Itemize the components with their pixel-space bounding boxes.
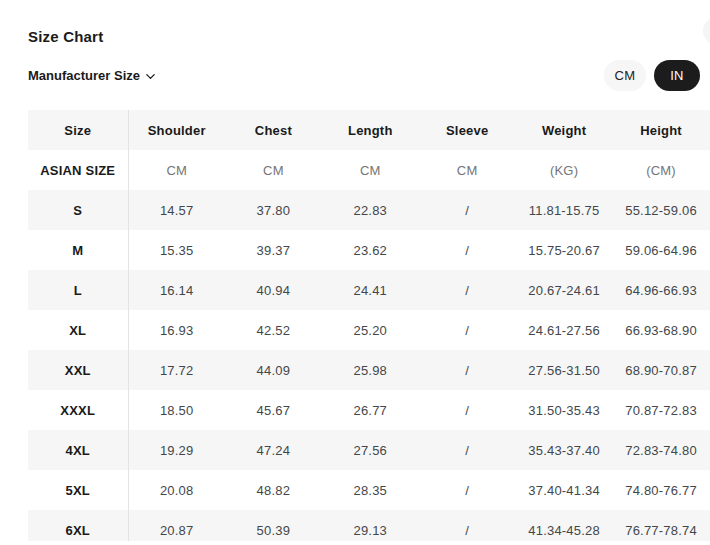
toolbar: Manufacturer Size CM IN (28, 60, 700, 91)
value-cell: 59.06-64.96 (613, 230, 710, 270)
size-table-body: ASIAN SIZECMCMCMCM(KG)(CM)S14.5737.8022.… (28, 150, 710, 541)
value-cell: 15.75-20.67 (516, 230, 613, 270)
unit-toggle-in-button[interactable]: IN (654, 60, 700, 91)
value-cell: 17.72 (128, 350, 225, 390)
value-cell: 55.12-59.06 (613, 190, 710, 230)
value-cell: 28.35 (322, 470, 419, 510)
value-cell: 41.34-45.28 (516, 510, 613, 541)
value-cell: 76.77-78.74 (613, 510, 710, 541)
value-cell: (KG) (516, 150, 613, 190)
value-cell: 27.56 (322, 430, 419, 470)
value-cell: 74.80-76.77 (613, 470, 710, 510)
size-cell: M (28, 230, 128, 270)
table-row: 5XL20.0848.8228.35/37.40-41.3474.80-76.7… (28, 470, 710, 510)
value-cell: CM (128, 150, 225, 190)
size-cell: 4XL (28, 430, 128, 470)
unit-toggle-cm-button[interactable]: CM (604, 60, 646, 91)
chevron-down-icon (145, 71, 156, 82)
value-cell: 20.08 (128, 470, 225, 510)
manufacturer-size-label: Manufacturer Size (28, 68, 140, 83)
value-cell: 64.96-66.93 (613, 270, 710, 310)
size-table: SizeShoulderChestLengthSleeveWeightHeigh… (28, 110, 710, 541)
value-cell: / (419, 390, 516, 430)
value-cell: 39.37 (225, 230, 322, 270)
value-cell: / (419, 270, 516, 310)
size-table-container: SizeShoulderChestLengthSleeveWeightHeigh… (28, 110, 710, 541)
table-row: XL16.9342.5225.20/24.61-27.5666.93-68.90 (28, 310, 710, 350)
table-row: M15.3539.3723.62/15.75-20.6759.06-64.96 (28, 230, 710, 270)
value-cell: 25.98 (322, 350, 419, 390)
value-cell: / (419, 310, 516, 350)
size-chart-panel: Size Chart Manufacturer Size CM IN SizeS… (0, 0, 710, 545)
value-cell: 14.57 (128, 190, 225, 230)
value-cell: CM (225, 150, 322, 190)
value-cell: 47.24 (225, 430, 322, 470)
size-cell: 5XL (28, 470, 128, 510)
value-cell: 37.40-41.34 (516, 470, 613, 510)
value-cell: 24.61-27.56 (516, 310, 613, 350)
page-title: Size Chart (28, 28, 103, 45)
cropped-corner-button[interactable] (703, 17, 710, 45)
table-row: XXXL18.5045.6726.77/31.50-35.4370.87-72.… (28, 390, 710, 430)
unit-toggle: CM IN (604, 60, 700, 91)
value-cell: 37.80 (225, 190, 322, 230)
value-cell: 18.50 (128, 390, 225, 430)
value-cell: 25.20 (322, 310, 419, 350)
value-cell: 11.81-15.75 (516, 190, 613, 230)
value-cell: 22.83 (322, 190, 419, 230)
value-cell: 35.43-37.40 (516, 430, 613, 470)
value-cell: 31.50-35.43 (516, 390, 613, 430)
table-row: S14.5737.8022.83/11.81-15.7555.12-59.06 (28, 190, 710, 230)
value-cell: 42.52 (225, 310, 322, 350)
value-cell: 44.09 (225, 350, 322, 390)
table-row: 6XL20.8750.3929.13/41.34-45.2876.77-78.7… (28, 510, 710, 541)
value-cell: / (419, 190, 516, 230)
header-row: SizeShoulderChestLengthSleeveWeightHeigh… (28, 110, 710, 150)
value-cell: 48.82 (225, 470, 322, 510)
size-cell: XL (28, 310, 128, 350)
table-row: 4XL19.2947.2427.56/35.43-37.4072.83-74.8… (28, 430, 710, 470)
value-cell: CM (419, 150, 516, 190)
size-cell: ASIAN SIZE (28, 150, 128, 190)
value-cell: 72.83-74.80 (613, 430, 710, 470)
header-cell: Weight (516, 110, 613, 150)
value-cell: 66.93-68.90 (613, 310, 710, 350)
value-cell: 26.77 (322, 390, 419, 430)
manufacturer-size-dropdown[interactable]: Manufacturer Size (28, 68, 156, 83)
header-cell: Chest (225, 110, 322, 150)
value-cell: / (419, 230, 516, 270)
value-cell: 68.90-70.87 (613, 350, 710, 390)
size-cell: S (28, 190, 128, 230)
size-cell: XXL (28, 350, 128, 390)
header-cell: Height (613, 110, 710, 150)
value-cell: / (419, 510, 516, 541)
value-cell: 45.67 (225, 390, 322, 430)
value-cell: (CM) (613, 150, 710, 190)
header-cell-size: Size (28, 110, 128, 150)
header-cell: Length (322, 110, 419, 150)
value-cell: 20.87 (128, 510, 225, 541)
value-cell: 40.94 (225, 270, 322, 310)
value-cell: 15.35 (128, 230, 225, 270)
value-cell: 70.87-72.83 (613, 390, 710, 430)
value-cell: 19.29 (128, 430, 225, 470)
header-cell: Sleeve (419, 110, 516, 150)
value-cell: 50.39 (225, 510, 322, 541)
size-cell: 6XL (28, 510, 128, 541)
value-cell: 23.62 (322, 230, 419, 270)
value-cell: / (419, 470, 516, 510)
value-cell: 16.14 (128, 270, 225, 310)
value-cell: 27.56-31.50 (516, 350, 613, 390)
table-row: L16.1440.9424.41/20.67-24.6164.96-66.93 (28, 270, 710, 310)
table-row: XXL17.7244.0925.98/27.56-31.5068.90-70.8… (28, 350, 710, 390)
size-cell: XXXL (28, 390, 128, 430)
value-cell: 24.41 (322, 270, 419, 310)
value-cell: / (419, 350, 516, 390)
value-cell: CM (322, 150, 419, 190)
header-cell: Shoulder (128, 110, 225, 150)
value-cell: 20.67-24.61 (516, 270, 613, 310)
value-cell: 29.13 (322, 510, 419, 541)
units-row: ASIAN SIZECMCMCMCM(KG)(CM) (28, 150, 710, 190)
value-cell: / (419, 430, 516, 470)
value-cell: 16.93 (128, 310, 225, 350)
